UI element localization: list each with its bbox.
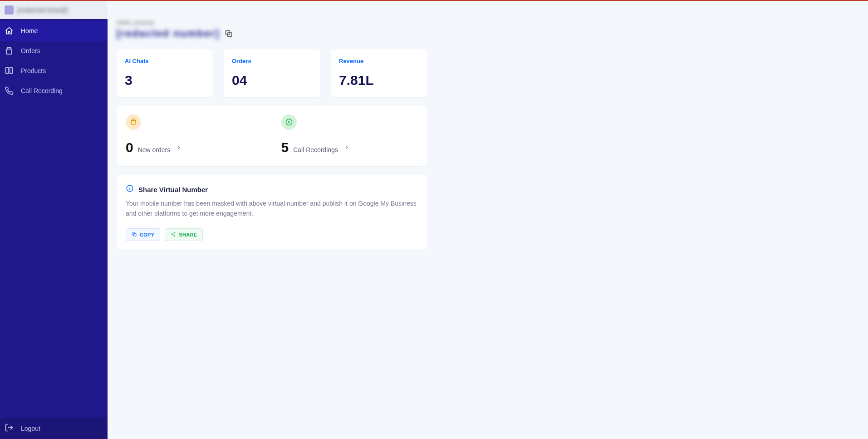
copy-icon (132, 232, 137, 238)
orders-icon (5, 46, 14, 55)
share-title: Share Virtual Number (138, 186, 208, 193)
stat-label: Revenue (339, 58, 419, 64)
copy-icon[interactable] (224, 29, 233, 38)
svg-point-8 (129, 187, 130, 187)
brand-logo (5, 5, 14, 15)
virtual-number-row: [redacted number] (117, 28, 859, 39)
svg-rect-0 (6, 49, 12, 54)
share-header: Share Virtual Number (126, 184, 418, 194)
sidebar-item-home[interactable]: Home (0, 21, 108, 41)
call-recordings-label: Call Recordings (293, 146, 338, 153)
stat-value: 3 (125, 73, 205, 88)
sidebar-nav: Home Orders Products Call Recording (0, 19, 108, 101)
home-icon (5, 26, 14, 35)
chevron-right-icon (176, 144, 182, 151)
call-recordings-tile[interactable]: 5 Call Recordings (272, 106, 427, 166)
sidebar-item-label: Call Recording (21, 87, 63, 94)
share-virtual-number-card: Share Virtual Number Your mobile number … (117, 175, 427, 250)
shopping-bag-icon (126, 114, 141, 130)
sidebar: [redacted brand] Home Orders Products (0, 1, 108, 439)
app-root: [redacted brand] Home Orders Products (0, 1, 868, 439)
new-orders-tile[interactable]: 0 New orders (117, 106, 272, 166)
svg-line-15 (172, 235, 174, 236)
stat-value: 04 (232, 73, 312, 88)
main-content: Hello, [name] [redacted number] AI Chats… (108, 1, 868, 439)
play-circle-icon (281, 114, 297, 130)
stat-card-orders: Orders 04 (224, 49, 320, 97)
hello-line: Hello, [name] (117, 19, 154, 26)
copy-button-label: COPY (140, 232, 154, 237)
stat-card-ai-chats: AI Chats 3 (117, 49, 213, 97)
book-open-icon (5, 66, 14, 75)
share-button[interactable]: SHARE (165, 228, 203, 241)
svg-point-13 (174, 236, 175, 237)
copy-button[interactable]: COPY (126, 228, 160, 241)
stat-label: Orders (232, 58, 312, 64)
action-line: 5 Call Recordings (281, 140, 418, 155)
sidebar-item-call-recording[interactable]: Call Recording (0, 81, 108, 101)
stat-value: 7.81L (339, 73, 419, 88)
logout-icon (5, 423, 14, 434)
svg-line-14 (172, 233, 174, 234)
chevron-right-icon (343, 144, 350, 151)
brand-row: [redacted brand] (0, 1, 108, 19)
new-orders-count: 0 (126, 140, 133, 155)
action-card: 0 New orders 5 Call Recordings (117, 106, 427, 166)
new-orders-label: New orders (138, 146, 171, 153)
share-body: Your mobile number has been masked with … (126, 199, 418, 218)
logout-button[interactable]: Logout (0, 418, 108, 439)
sidebar-item-orders[interactable]: Orders (0, 41, 108, 61)
stat-card-revenue: Revenue 7.81L (331, 49, 427, 97)
sidebar-item-products[interactable]: Products (0, 61, 108, 81)
action-line: 0 New orders (126, 140, 263, 155)
info-icon (126, 184, 134, 194)
phone-icon (5, 86, 14, 95)
call-recordings-count: 5 (281, 140, 289, 155)
svg-marker-5 (288, 121, 290, 123)
sidebar-item-label: Orders (21, 47, 40, 54)
virtual-phone-number: [redacted number] (117, 28, 220, 39)
brand-name: [redacted brand] (17, 6, 67, 14)
sidebar-item-label: Products (21, 67, 46, 74)
stat-label: AI Chats (125, 58, 205, 64)
share-buttons: COPY SHARE (126, 228, 418, 241)
share-button-label: SHARE (179, 232, 197, 237)
svg-point-12 (172, 234, 172, 235)
share-icon (171, 232, 176, 238)
svg-point-11 (174, 232, 175, 233)
sidebar-item-label: Home (21, 27, 38, 35)
stat-row: AI Chats 3 Orders 04 Revenue 7.81L (117, 49, 859, 97)
logout-label: Logout (21, 425, 40, 432)
